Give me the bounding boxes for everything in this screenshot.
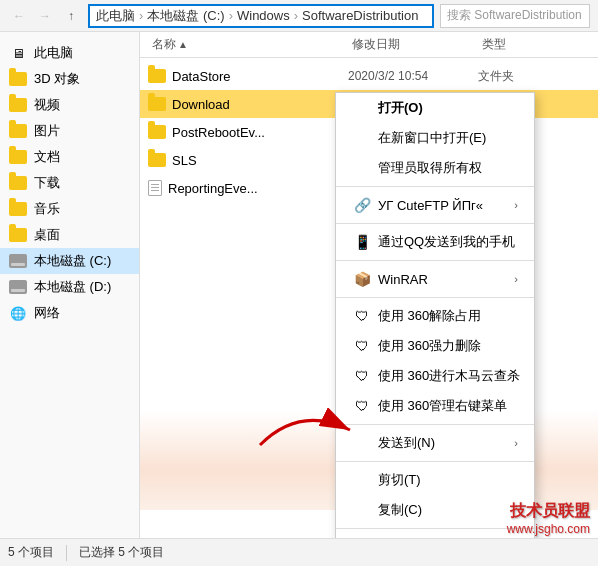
watermark-main: 技术员联盟 [507, 501, 590, 522]
file-name-reporting: ReportingEve... [148, 180, 348, 196]
content-area: 名称 ▲ 修改日期 类型 DataStore 2020/3/2 10:54 文件… [140, 32, 598, 538]
address-part-1: 此电脑 [96, 7, 135, 25]
status-divider [66, 545, 67, 561]
menu-left-cut: 剪切(T) [352, 470, 421, 490]
sidebar-item-drive-d[interactable]: 本地磁盘 (D:) [0, 274, 139, 300]
folder-icon [148, 97, 166, 111]
menu-label-open-new: 在新窗口中打开(E) [378, 129, 486, 147]
360-icon-2: 🛡 [352, 336, 372, 356]
folder-icon [148, 153, 166, 167]
360-icon-3: 🛡 [352, 366, 372, 386]
winrar-icon: 📦 [352, 269, 372, 289]
menu-left-admin: 管理员取得所有权 [352, 158, 482, 178]
addr-sep-3: › [294, 8, 298, 23]
nav-buttons: ← → ↑ [8, 5, 82, 27]
file-name-sls: SLS [148, 153, 348, 168]
sidebar-label-music: 音乐 [34, 200, 60, 218]
sidebar-label-pc: 此电脑 [34, 44, 73, 62]
menu-item-winrar[interactable]: 📦 WinRAR › [336, 264, 534, 294]
sidebar: 🖥 此电脑 3D 对象 视频 图片 文档 下载 音乐 桌面 [0, 32, 140, 538]
sidebar-item-drive-c[interactable]: 本地磁盘 (C:) [0, 248, 139, 274]
menu-label-360-3: 使用 360进行木马云查杀 [378, 367, 520, 385]
doc-icon [148, 180, 162, 196]
address-part-4: SoftwareDistribution [302, 8, 418, 23]
menu-item-copy[interactable]: 复制(C) [336, 495, 534, 525]
menu-label-360-4: 使用 360管理右键菜单 [378, 397, 507, 415]
menu-item-shortcut[interactable]: 创建快捷方式(S) [336, 532, 534, 538]
watermark: 技术员联盟 www.jsgho.com [507, 501, 590, 536]
menu-label-qq: 通过QQ发送到我的手机 [378, 233, 515, 251]
menu-separator-4 [336, 297, 534, 298]
col-header-name[interactable]: 名称 ▲ [148, 36, 348, 53]
folder-icon-desktop [8, 227, 28, 243]
search-placeholder: 搜索 SoftwareDistribution [447, 7, 582, 24]
address-part-3: Windows [237, 8, 290, 23]
winrar-arrow: › [514, 273, 518, 285]
sidebar-label-network: 网络 [34, 304, 60, 322]
col-header-date[interactable]: 修改日期 [348, 36, 478, 53]
addr-sep-2: › [229, 8, 233, 23]
sidebar-item-pc[interactable]: 🖥 此电脑 [0, 40, 139, 66]
up-button[interactable]: ↑ [60, 5, 82, 27]
menu-item-360-1[interactable]: 🛡 使用 360解除占用 [336, 301, 534, 331]
menu-label-open: 打开(O) [378, 99, 423, 117]
sidebar-label-doc: 文档 [34, 148, 60, 166]
sidebar-item-picture[interactable]: 图片 [0, 118, 139, 144]
folder-icon [148, 69, 166, 83]
sidebar-item-3d[interactable]: 3D 对象 [0, 66, 139, 92]
sidebar-label-picture: 图片 [34, 122, 60, 140]
sidebar-item-video[interactable]: 视频 [0, 92, 139, 118]
watermark-sub: www.jsgho.com [507, 522, 590, 536]
menu-item-cuteftp[interactable]: 🔗 УГ CuteFTP ЙПг« › [336, 190, 534, 220]
menu-item-qq[interactable]: 📱 通过QQ发送到我的手机 [336, 227, 534, 257]
menu-item-open[interactable]: 打开(O) [336, 93, 534, 123]
cuteftp-icon: 🔗 [352, 195, 372, 215]
col-header-type[interactable]: 类型 [478, 36, 590, 53]
search-box[interactable]: 搜索 SoftwareDistribution [440, 4, 590, 28]
cuteftp-arrow: › [514, 199, 518, 211]
folder-icon-download [8, 175, 28, 191]
sidebar-item-doc[interactable]: 文档 [0, 144, 139, 170]
menu-item-360-2[interactable]: 🛡 使用 360强力删除 [336, 331, 534, 361]
copy-icon [352, 500, 372, 520]
folder-icon [148, 125, 166, 139]
menu-item-admin[interactable]: 管理员取得所有权 [336, 153, 534, 183]
qq-icon: 📱 [352, 232, 372, 252]
menu-left-360-2: 🛡 使用 360强力删除 [352, 336, 481, 356]
forward-button[interactable]: → [34, 5, 56, 27]
sidebar-item-network[interactable]: 🌐 网络 [0, 300, 139, 326]
back-button[interactable]: ← [8, 5, 30, 27]
file-name-postreboot: PostRebootEv... [148, 125, 348, 140]
file-name-download: Download [148, 97, 348, 112]
menu-item-cut[interactable]: 剪切(T) [336, 465, 534, 495]
title-bar: ← → ↑ 此电脑 › 本地磁盘 (C:) › Windows › Softwa… [0, 0, 598, 32]
menu-left-copy: 复制(C) [352, 500, 422, 520]
menu-left-360-3: 🛡 使用 360进行木马云查杀 [352, 366, 520, 386]
sidebar-item-download[interactable]: 下载 [0, 170, 139, 196]
sidebar-label-drive-c: 本地磁盘 (C:) [34, 252, 111, 270]
menu-separator-1 [336, 186, 534, 187]
menu-label-admin: 管理员取得所有权 [378, 159, 482, 177]
sidebar-label-download: 下载 [34, 174, 60, 192]
cut-icon [352, 470, 372, 490]
menu-separator-3 [336, 260, 534, 261]
sidebar-item-desktop[interactable]: 桌面 [0, 222, 139, 248]
menu-item-open-new[interactable]: 在新窗口中打开(E) [336, 123, 534, 153]
menu-label-cut: 剪切(T) [378, 471, 421, 489]
col-date-label: 修改日期 [352, 36, 400, 53]
network-icon: 🌐 [8, 305, 28, 321]
drive-icon-c [8, 253, 28, 269]
sidebar-label-3d: 3D 对象 [34, 70, 80, 88]
table-row[interactable]: DataStore 2020/3/2 10:54 文件夹 [140, 62, 598, 90]
address-bar[interactable]: 此电脑 › 本地磁盘 (C:) › Windows › SoftwareDist… [88, 4, 434, 28]
address-part-2: 本地磁盘 (C:) [147, 7, 224, 25]
menu-item-360-3[interactable]: 🛡 使用 360进行木马云查杀 [336, 361, 534, 391]
menu-left-winrar: 📦 WinRAR [352, 269, 428, 289]
sidebar-item-music[interactable]: 音乐 [0, 196, 139, 222]
menu-separator-7 [336, 528, 534, 529]
col-type-label: 类型 [482, 36, 506, 53]
menu-label-copy: 复制(C) [378, 501, 422, 519]
drive-icon-d [8, 279, 28, 295]
col-name-label: 名称 [152, 36, 176, 53]
shortcut-icon [352, 537, 372, 538]
